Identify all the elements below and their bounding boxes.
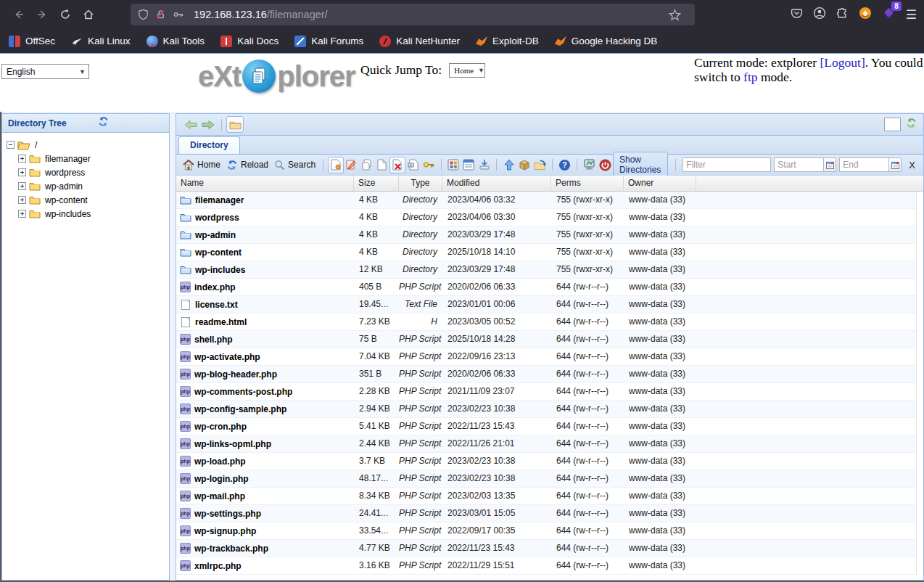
account-icon[interactable] xyxy=(813,7,826,22)
reload-icon[interactable] xyxy=(54,4,77,25)
file-row[interactable]: php index.php 405 B PHP Script 2020/02/0… xyxy=(176,279,916,296)
bookmark-kali-nethunter[interactable]: Kali NetHunter xyxy=(379,36,460,47)
filter-input[interactable] xyxy=(682,157,771,172)
file-row[interactable]: php wp-signup.php 33.54... PHP Script 20… xyxy=(176,522,916,540)
tree-root[interactable]: / xyxy=(2,138,169,152)
tree-item-wp-includes[interactable]: wp-includes xyxy=(2,207,169,221)
edit-icon[interactable] xyxy=(344,157,359,173)
tree-item-filemanager[interactable]: filemanager xyxy=(2,152,169,165)
help-icon[interactable]: ? xyxy=(557,157,572,173)
refresh-grid-icon[interactable] xyxy=(905,118,917,131)
file-row[interactable]: php wp-activate.php 7.04 KB PHP Script 2… xyxy=(176,348,916,366)
wappalyzer-icon[interactable]: 8 xyxy=(882,7,896,22)
logout-power-icon[interactable] xyxy=(598,157,613,173)
file-row[interactable]: php wp-links-opml.php 2.44 KB PHP Script… xyxy=(176,435,916,453)
column-header-perms[interactable]: Perms xyxy=(551,176,624,191)
column-header-owner[interactable]: Owner xyxy=(624,176,696,191)
expand-icon[interactable] xyxy=(18,210,26,218)
tree-item-wp-content[interactable]: wp-content xyxy=(2,193,169,207)
insecure-lock-icon[interactable] xyxy=(155,9,166,20)
column-header-type[interactable]: Type xyxy=(399,176,442,191)
language-select[interactable]: English▼ xyxy=(1,64,89,79)
search-button[interactable]: Search xyxy=(271,158,318,172)
end-date-input[interactable] xyxy=(839,157,888,172)
details-view-icon[interactable] xyxy=(461,157,477,173)
column-header-modified[interactable]: Modified xyxy=(442,176,551,191)
rename-icon[interactable] xyxy=(405,157,421,173)
file-row[interactable]: wp-admin 4 KB Directory 2023/03/29 17:48… xyxy=(176,226,916,244)
url-bar[interactable]: 192.168.123.16/filemanager/ xyxy=(131,4,695,25)
file-row[interactable]: php wp-comments-post.php 2.28 KB PHP Scr… xyxy=(176,383,916,401)
column-header-size[interactable]: Size xyxy=(354,176,399,191)
start-date-input[interactable] xyxy=(774,157,823,172)
extensions-icon[interactable] xyxy=(836,7,849,22)
copy-icon[interactable] xyxy=(359,157,374,173)
admin-icon[interactable] xyxy=(582,157,597,173)
shield-icon[interactable] xyxy=(138,9,149,20)
show-directories-button[interactable]: Show Directories xyxy=(613,152,668,178)
file-row[interactable]: php wp-blog-header.php 351 B PHP Script … xyxy=(176,366,916,383)
bookmark-exploit-db[interactable]: Exploit-DB xyxy=(476,36,539,47)
file-row[interactable]: php wp-login.php 48.17... PHP Script 202… xyxy=(176,470,916,488)
expand-icon[interactable] xyxy=(18,182,26,190)
file-row[interactable]: filemanager 4 KB Directory 2023/04/06 03… xyxy=(176,192,916,209)
file-row[interactable]: php wp-load.php 3.7 KB PHP Script 2023/0… xyxy=(176,453,916,470)
pocket-icon[interactable] xyxy=(791,7,803,22)
bookmark-kali-forums[interactable]: Kali Forums xyxy=(294,36,363,47)
bookmark-offsec[interactable]: OffSec xyxy=(9,36,55,47)
foxyproxy-icon[interactable] xyxy=(859,7,872,22)
expand-icon[interactable] xyxy=(18,196,26,204)
collapse-icon[interactable] xyxy=(7,141,15,149)
extract-icon[interactable] xyxy=(532,157,548,173)
tab-directory[interactable]: Directory xyxy=(178,136,240,154)
logout-link[interactable]: [Logout] xyxy=(820,55,865,70)
file-row[interactable]: php shell.php 75 B PHP Script 2025/10/18… xyxy=(176,331,916,348)
permissions-key-icon[interactable] xyxy=(421,157,436,173)
file-row[interactable]: php wp-trackback.php 4.77 KB PHP Script … xyxy=(176,540,916,557)
menu-icon[interactable]: ☰ xyxy=(906,9,917,21)
expand-icon[interactable] xyxy=(18,155,26,163)
file-row[interactable]: php wp-cron.php 5.41 KB PHP Script 2022/… xyxy=(176,418,916,435)
saved-password-key-icon[interactable] xyxy=(173,9,184,20)
tree-item-wp-admin[interactable]: wp-admin xyxy=(2,179,169,193)
quick-jump-select[interactable]: Home▼ xyxy=(449,63,485,78)
file-row[interactable]: php wp-config-sample.php 2.94 KB PHP Scr… xyxy=(176,401,916,418)
file-row[interactable]: wp-includes 12 KB Directory 2023/03/29 1… xyxy=(176,261,916,279)
file-row[interactable]: wp-content 4 KB Directory 2025/10/18 14:… xyxy=(176,244,916,261)
file-row[interactable]: php wp-settings.php 24.41... PHP Script … xyxy=(176,505,916,522)
file-row[interactable]: php wp-mail.php 8.34 KB PHP Script 2023/… xyxy=(176,488,916,505)
home-button[interactable]: Home xyxy=(180,158,223,172)
bookmark-star-icon[interactable] xyxy=(669,9,681,21)
bookmark-kali-docs[interactable]: Kali Docs xyxy=(220,36,279,47)
tree-item-wordpress[interactable]: wordpress xyxy=(2,165,169,179)
file-row[interactable]: readme.html 7.23 KB H 2023/03/05 00:52 6… xyxy=(176,313,916,331)
new-file-icon[interactable] xyxy=(328,157,344,173)
tree-refresh-icon[interactable] xyxy=(97,116,110,130)
home-icon[interactable] xyxy=(77,4,100,25)
reload-button[interactable]: Reload xyxy=(223,158,271,172)
archive-icon[interactable] xyxy=(517,157,532,173)
current-directory-icon[interactable] xyxy=(226,116,244,133)
delete-icon[interactable] xyxy=(389,157,405,173)
bookmark-kali-linux[interactable]: Kali Linux xyxy=(71,36,131,47)
path-input[interactable] xyxy=(884,118,901,131)
expand-icon[interactable] xyxy=(18,168,26,176)
ftp-mode-link[interactable]: ftp xyxy=(743,70,757,84)
column-header-name[interactable]: Name xyxy=(176,176,354,191)
back-icon[interactable] xyxy=(7,4,30,25)
history-forward-icon[interactable] xyxy=(199,116,217,133)
new-page-icon[interactable] xyxy=(374,157,389,173)
history-back-icon[interactable] xyxy=(182,116,199,133)
calendar-icon[interactable] xyxy=(888,157,902,172)
clear-filter-button[interactable]: X xyxy=(909,160,915,171)
forward-icon[interactable] xyxy=(30,4,54,25)
upload-icon[interactable] xyxy=(501,157,516,173)
file-row[interactable]: php xmlrpc.php 3.16 KB PHP Script 2022/1… xyxy=(176,557,916,575)
bookmark-kali-tools[interactable]: Kali Tools xyxy=(147,36,205,47)
file-row[interactable]: wordpress 4 KB Directory 2023/04/06 03:3… xyxy=(176,209,916,226)
download-icon[interactable] xyxy=(477,157,492,173)
bookmark-google-hacking-db[interactable]: Google Hacking DB xyxy=(555,36,658,47)
file-row[interactable]: license.txt 19.45... Text File 2023/01/0… xyxy=(176,296,916,313)
icon-view-icon[interactable] xyxy=(445,157,461,173)
calendar-icon[interactable] xyxy=(823,157,836,172)
